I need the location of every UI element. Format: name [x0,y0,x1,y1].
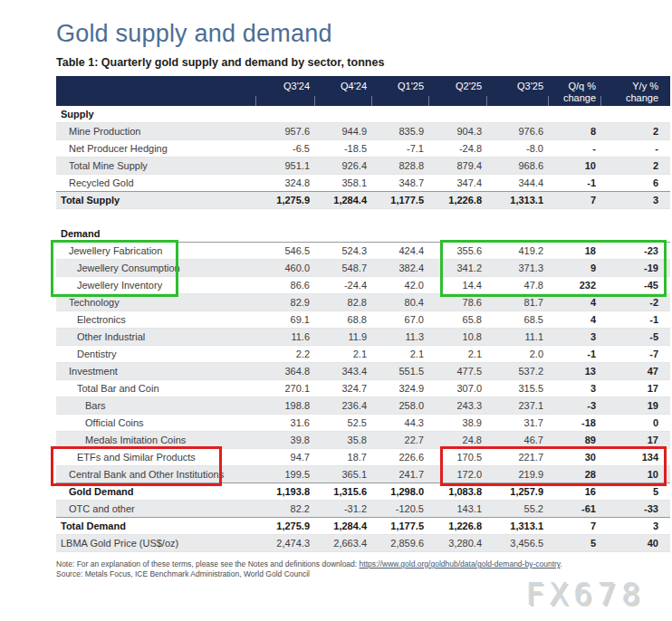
cell-demand-q1-25 [371,225,428,243]
cell-total-supply-q2-25: 1,226.8 [428,192,486,209]
cell-total-bar-and-coin-q1-25: 324.9 [371,379,428,396]
cell-investment-q2-25: 477.5 [428,362,486,379]
table-row-total-bar-and-coin: Total Bar and Coin270.1324.7324.9307.031… [56,379,670,396]
cell-lbma-gold-price-us-oz-yy-change: 40 [600,534,670,551]
cell-etfs-and-similar-products-qq-change: 30 [548,448,600,465]
table-row-supply: Supply [56,106,670,123]
cell-medals-imitation-coins-q1-25: 22.7 [371,431,428,448]
cell-jewellery-inventory-qq-change: 232 [548,276,600,293]
cell-demand-q4-24 [314,225,371,243]
cell-otc-and-other-qq-change: -61 [548,500,600,517]
row-label-jewellery-fabrication: Jewellery Fabrication [56,242,255,259]
footnote-period: . [560,559,562,568]
cell-dentistry-qq-change: -1 [548,345,600,362]
cell-electronics-q4-24: 68.8 [314,310,371,328]
table-row-gold-demand: Gold Demand1,193.81,315.61,298.01,083.81… [56,482,670,500]
row-label-total-bar-and-coin: Total Bar and Coin [56,379,255,396]
cell-total-demand-q2-25: 1,226.8 [428,517,486,534]
cell-gold-demand-q4-24: 1,315.6 [314,482,371,500]
cell-supply-yy-change [600,106,670,123]
cell-central-bank-and-other-institutions-q1-25: 241.7 [371,465,428,482]
cell-jewellery-fabrication-yy-change: -23 [600,242,670,259]
cell-total-demand-q4-24: 1,284.4 [314,517,371,534]
cell-jewellery-fabrication-q3-25: 419.2 [486,242,548,259]
table-row-jewellery-inventory: Jewellery Inventory86.6-24.442.014.447.8… [56,276,670,293]
cell-supply-q2-25 [428,106,486,123]
cell-investment-q1-25: 551.5 [371,362,428,379]
cell-total-mine-supply-qq-change: 10 [548,158,600,175]
cell-net-producer-hedging-yy-change: - [600,140,670,158]
table-row-jewellery-fabrication: Jewellery Fabrication546.5524.3424.4355.… [56,242,670,259]
cell-official-coins-yy-change: 0 [600,414,670,431]
cell-electronics-yy-change: -1 [600,310,670,328]
watermark-fx678: FX678 [525,576,645,612]
cell-mine-production-qq-change: 8 [548,123,600,140]
row-label-dentistry: Dentistry [56,345,255,362]
cell-bars-qq-change: -3 [548,396,600,414]
cell-total-bar-and-coin-q2-25: 307.0 [428,379,486,396]
table-row-other-industrial: Other Industrial11.611.911.310.811.13-5 [56,328,670,345]
table-row-mine-production: Mine Production957.6944.9835.9904.3976.6… [56,123,670,140]
col-header-q3-25: Q3'25 [486,76,548,106]
row-label-lbma-gold-price-us-oz: LBMA Gold Price (US$/oz) [56,534,255,551]
table-row-jewellery-consumption: Jewellery Consumption460.0548.7382.4341.… [56,259,670,276]
cell-lbma-gold-price-us-oz-q2-25: 3,280.4 [428,534,486,551]
cell-mine-production-q3-24: 957.6 [255,123,314,140]
cell-total-supply-qq-change: 7 [548,192,600,209]
cell-dentistry-q2-25: 2.1 [428,345,486,362]
note-link[interactable]: https://www.gold.org/goldhub/data/gold-d… [360,559,561,568]
table-row-total-demand: Total Demand1,275.91,284.41,177.51,226.8… [56,517,670,534]
cell-jewellery-fabrication-q4-24: 524.3 [314,242,371,259]
cell-central-bank-and-other-institutions-yy-change: 10 [600,465,670,482]
cell-recycled-gold-q3-24: 324.8 [255,175,314,192]
cell-otc-and-other-q3-25: 55.2 [486,500,548,517]
cell-jewellery-inventory-q3-24: 86.6 [255,276,314,293]
cell-jewellery-fabrication-qq-change: 18 [548,242,600,259]
cell-medals-imitation-coins-yy-change: 17 [600,431,670,448]
cell-jewellery-consumption-q3-25: 371.3 [486,259,548,276]
cell-demand-q3-25 [486,225,548,243]
supply-demand-table-wrapper: Q3'24Q4'24Q1'25Q2'25Q3'25Q/q %changeY/y … [56,76,670,552]
cell-electronics-q2-25: 65.8 [428,310,486,328]
cell-total-mine-supply-q3-24: 951.1 [255,158,314,175]
cell-official-coins-q1-25: 44.3 [371,414,428,431]
cell-technology-yy-change: -2 [600,293,670,310]
cell-investment-qq-change: 13 [548,362,600,379]
cell-supply-q4-24 [314,106,371,123]
cell-jewellery-consumption-q2-25: 341.2 [428,259,486,276]
cell-total-demand-yy-change: 3 [600,517,670,534]
cell-medals-imitation-coins-qq-change: 89 [548,431,600,448]
cell-recycled-gold-q2-25: 347.4 [428,175,486,192]
cell-demand-qq-change [548,225,600,243]
table-row-investment: Investment364.8343.4551.5477.5537.21347 [56,362,670,379]
col-header-blank [56,76,255,106]
cell-jewellery-consumption-q1-25: 382.4 [371,259,428,276]
cell-total-supply-q4-24: 1,284.4 [314,192,371,209]
table-row-medals-imitation-coins: Medals Imitation Coins39.835.822.724.846… [56,431,670,448]
cell-gold-demand-q3-24: 1,193.8 [255,482,314,500]
cell-medals-imitation-coins-q2-25: 24.8 [428,431,486,448]
row-label-total-mine-supply: Total Mine Supply [56,158,255,175]
cell-official-coins-q3-25: 31.7 [486,414,548,431]
cell-total-supply-q3-24: 1,275.9 [255,192,314,209]
row-label-total-demand: Total Demand [56,517,255,534]
row-label-total-supply: Total Supply [56,192,255,209]
cell-net-producer-hedging-q2-25: -24.8 [428,140,486,158]
cell-otc-and-other-q1-25: -120.5 [371,500,428,517]
cell-total-demand-q1-25: 1,177.5 [371,517,428,534]
report-page: Gold supply and demand Table 1: Quarterl… [0,0,672,621]
cell-other-industrial-q3-24: 11.6 [255,328,314,345]
table-row-electronics: Electronics69.168.867.065.868.54-1 [56,310,670,328]
cell-investment-q4-24: 343.4 [314,362,371,379]
cell-etfs-and-similar-products-q4-24: 18.7 [314,448,371,465]
table-row-total-supply: Total Supply1,275.91,284.41,177.51,226.8… [56,192,670,209]
table-row-recycled-gold: Recycled Gold324.8358.1348.7347.4344.4-1… [56,175,670,192]
cell-jewellery-fabrication-q3-24: 546.5 [255,242,314,259]
cell-net-producer-hedging-qq-change: - [548,140,600,158]
cell-otc-and-other-q3-24: 82.2 [255,500,314,517]
cell-bars-q3-24: 198.8 [255,396,314,414]
cell-gold-demand-qq-change: 16 [548,482,600,500]
col-header-q1-25: Q1'25 [371,76,428,106]
cell-total-mine-supply-q4-24: 926.4 [314,158,371,175]
cell-jewellery-consumption-q3-24: 460.0 [255,259,314,276]
